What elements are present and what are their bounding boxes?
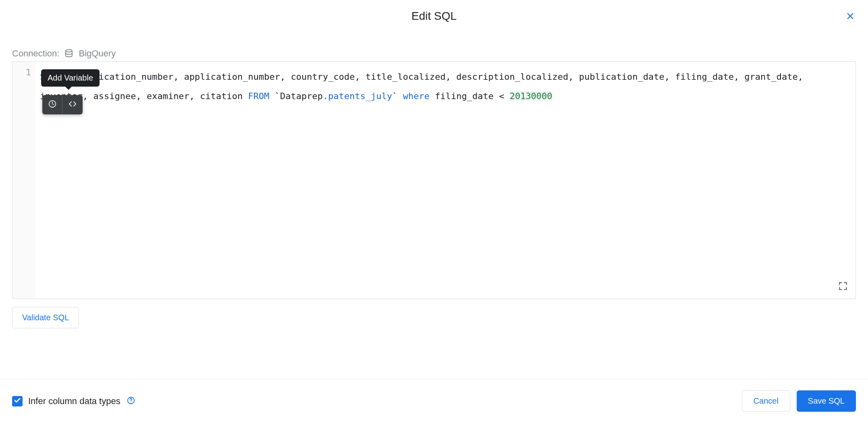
sql-db: Dataprep — [280, 91, 323, 101]
connection-row: Connection: BigQuery — [12, 48, 856, 59]
code-variable-button[interactable] — [62, 95, 83, 114]
modal-header: Edit SQL — [0, 0, 868, 32]
editor-gutter: 1 — [12, 62, 35, 299]
infer-types-label: Infer column data types — [28, 396, 120, 406]
clock-icon — [48, 100, 57, 110]
timestamp-variable-button[interactable] — [42, 95, 62, 114]
validate-sql-button[interactable]: Validate SQL — [12, 307, 79, 328]
validate-row: Validate SQL — [12, 307, 856, 328]
save-sql-button[interactable]: Save SQL — [797, 390, 856, 412]
connection-name: BigQuery — [79, 48, 116, 59]
line-number: 1 — [18, 67, 31, 77]
code-icon — [68, 100, 77, 110]
code-area[interactable]: SELECT publication_number, application_n… — [35, 62, 856, 299]
sql-number: 20130000 — [510, 91, 552, 101]
sql-editor[interactable]: 1 SELECT publication_number, application… — [12, 61, 856, 299]
modal-content: Connection: BigQuery 1 SELECT publicatio… — [0, 48, 868, 328]
add-variable-tooltip: Add Variable — [41, 69, 100, 87]
database-icon — [64, 49, 74, 58]
svg-point-5 — [131, 402, 131, 402]
sql-table: patents_july — [328, 91, 392, 101]
infer-types-help[interactable] — [126, 396, 136, 406]
infer-types-checkbox[interactable] — [12, 396, 23, 406]
sql-keyword-from: FROM — [248, 91, 270, 101]
sql-condition: filing_date < — [430, 91, 510, 101]
close-button[interactable] — [845, 11, 856, 23]
connection-label: Connection: — [12, 48, 59, 59]
help-icon — [127, 396, 135, 406]
fullscreen-button[interactable] — [838, 281, 848, 291]
modal-title: Edit SQL — [411, 10, 457, 23]
footer-right: Cancel Save SQL — [742, 390, 856, 412]
svg-point-2 — [66, 50, 72, 52]
modal-footer: Infer column data types Cancel Save SQL — [0, 379, 868, 423]
variable-toolbar — [42, 95, 83, 114]
sql-keyword-where: where — [403, 91, 430, 101]
footer-left: Infer column data types — [12, 396, 136, 406]
close-icon — [846, 12, 855, 22]
fullscreen-icon — [838, 286, 848, 292]
cancel-button[interactable]: Cancel — [742, 390, 790, 412]
check-icon — [14, 397, 21, 406]
